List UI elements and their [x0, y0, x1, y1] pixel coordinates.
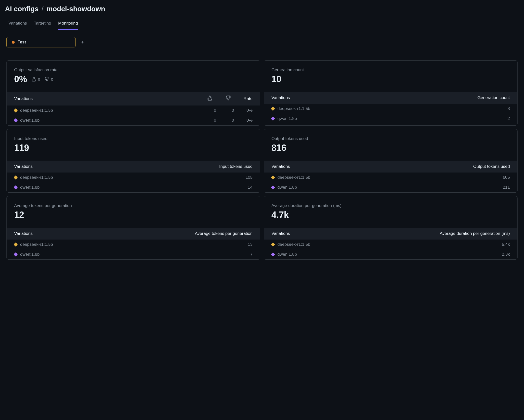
variation-name: deepseek-r1:1.5b: [277, 175, 310, 180]
variation-name: qwen:1.8b: [277, 185, 297, 190]
table-row: deepseek-r1:1.5b 5.4k: [264, 240, 517, 249]
col-thumbs-up-icon: [207, 95, 213, 102]
card-output-satisfaction: Output satisfaction rate 0% 0 0 Variatio…: [6, 60, 260, 126]
environment-row: Test +: [5, 37, 519, 47]
table-header: Variations Average duration per generati…: [264, 228, 517, 240]
cell-value: 211: [503, 185, 510, 190]
cell-down: 0: [228, 118, 234, 123]
variation-name: deepseek-r1:1.5b: [20, 175, 53, 180]
col-metric: Average duration per generation (ms): [440, 231, 510, 236]
table-header: Variations Generation count: [264, 92, 517, 104]
col-metric: Average tokens per generation: [195, 231, 253, 236]
card-value: 10: [271, 74, 510, 84]
table-row: qwen:1.8b 14: [7, 182, 260, 192]
card-avg-duration: Average duration per generation (ms) 4.7…: [264, 196, 518, 260]
card-input-tokens: Input tokens used 119 Variations Input t…: [6, 129, 260, 193]
variation-color-icon: [271, 252, 275, 257]
table-row: qwen:1.8b 2: [264, 114, 517, 124]
card-title: Output tokens used: [271, 136, 510, 141]
card-value: 4.7k: [271, 210, 510, 220]
breadcrumb-separator: /: [41, 5, 43, 13]
card-title: Generation count: [271, 68, 510, 72]
thumbs-down-stat: 0: [44, 77, 53, 82]
col-metric: Output tokens used: [473, 164, 510, 169]
variation-name: qwen:1.8b: [277, 116, 297, 121]
cell-rate: 0%: [246, 118, 253, 123]
table-row: deepseek-r1:1.5b 8: [264, 104, 517, 114]
col-metric: Input tokens used: [219, 164, 253, 169]
variation-name: qwen:1.8b: [20, 185, 39, 190]
cell-up: 0: [211, 118, 216, 123]
environment-dot-icon: [12, 41, 15, 44]
thumbs-down-icon: [44, 77, 49, 82]
variation-color-icon: [14, 108, 18, 113]
variation-name: deepseek-r1:1.5b: [277, 106, 310, 111]
card-avg-tokens: Average tokens per generation 12 Variati…: [6, 196, 260, 260]
card-value: 12: [14, 210, 253, 220]
cell-value: 8: [508, 106, 510, 111]
variation-name: qwen:1.8b: [20, 118, 39, 123]
table-header: Variations Average tokens per generation: [7, 228, 260, 240]
add-environment-button[interactable]: +: [79, 39, 85, 45]
tabs: Variations Targeting Monitoring: [5, 19, 519, 30]
cell-up: 0: [211, 108, 216, 113]
card-output-tokens: Output tokens used 816 Variations Output…: [264, 129, 518, 193]
cell-value: 2.3k: [502, 252, 510, 257]
thumbs-up-stat: 0: [32, 77, 40, 82]
tab-monitoring[interactable]: Monitoring: [58, 19, 78, 30]
cell-value: 5.4k: [502, 242, 510, 247]
breadcrumb-root[interactable]: AI configs: [5, 5, 38, 13]
col-variations: Variations: [271, 164, 290, 169]
thumbs-up-icon: [32, 77, 37, 82]
variation-name: deepseek-r1:1.5b: [277, 242, 310, 247]
cell-value: 605: [503, 175, 510, 180]
card-title: Input tokens used: [14, 136, 253, 141]
table-row: qwen:1.8b 7: [7, 249, 260, 259]
table-row: deepseek-r1:1.5b 13: [7, 240, 260, 249]
col-thumbs-down-icon: [225, 95, 231, 102]
cell-rate: 0%: [246, 108, 253, 113]
environment-chip[interactable]: Test: [6, 37, 75, 47]
table-header: Variations Input tokens used: [7, 161, 260, 173]
variation-color-icon: [14, 243, 18, 247]
table-row: qwen:1.8b 211: [264, 182, 517, 192]
card-value: 0%: [14, 74, 27, 84]
variation-color-icon: [14, 175, 18, 180]
variation-color-icon: [14, 185, 18, 190]
variation-name: deepseek-r1:1.5b: [20, 108, 53, 113]
card-value: 119: [14, 143, 253, 153]
variation-color-icon: [14, 252, 18, 257]
metrics-grid: Output satisfaction rate 0% 0 0 Variatio…: [5, 60, 519, 260]
table-row: deepseek-r1:1.5b 105: [7, 173, 260, 182]
table-row: deepseek-r1:1.5b 605: [264, 173, 517, 182]
col-rate: Rate: [244, 96, 253, 101]
col-variations: Variations: [14, 164, 33, 169]
tab-targeting[interactable]: Targeting: [34, 19, 51, 30]
environment-label: Test: [18, 40, 26, 45]
variation-color-icon: [14, 118, 18, 123]
breadcrumb: AI configs / model-showdown: [5, 5, 519, 13]
tab-variations[interactable]: Variations: [8, 19, 27, 30]
table-header: Variations Rate: [7, 92, 260, 105]
table-row: qwen:1.8b 2.3k: [264, 249, 517, 259]
col-variations: Variations: [14, 231, 33, 236]
cell-value: 14: [248, 185, 253, 190]
card-title: Average duration per generation (ms): [271, 203, 510, 208]
variation-name: qwen:1.8b: [277, 252, 297, 257]
col-metric: Generation count: [478, 95, 510, 100]
variation-color-icon: [271, 243, 275, 247]
col-variations: Variations: [271, 95, 290, 100]
table-row: deepseek-r1:1.5b 000%: [7, 105, 260, 115]
variation-color-icon: [271, 107, 275, 111]
card-value: 816: [271, 143, 510, 153]
variation-color-icon: [271, 117, 275, 121]
table-header: Variations Output tokens used: [264, 161, 517, 173]
variation-name: deepseek-r1:1.5b: [20, 242, 53, 247]
plus-icon: +: [81, 39, 84, 45]
cell-value: 7: [250, 252, 253, 257]
cell-value: 105: [246, 175, 253, 180]
card-title: Average tokens per generation: [14, 203, 253, 208]
variation-color-icon: [271, 185, 275, 190]
card-generation-count: Generation count 10 Variations Generatio…: [264, 60, 518, 126]
card-title: Output satisfaction rate: [14, 68, 253, 72]
